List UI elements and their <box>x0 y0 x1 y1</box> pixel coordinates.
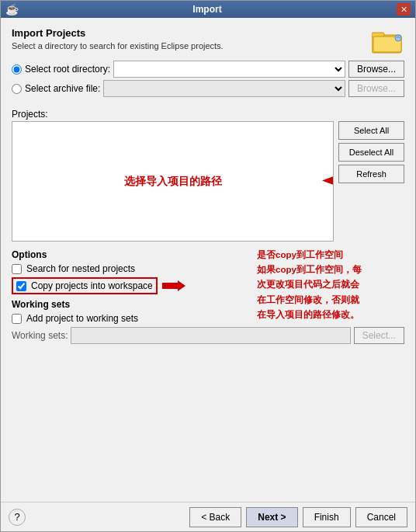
archive-file-dropdown[interactable] <box>103 80 345 97</box>
svg-point-3 <box>395 35 401 41</box>
select-all-button[interactable]: Select All <box>338 121 404 140</box>
footer-left: ? <box>9 509 26 526</box>
deselect-all-button[interactable]: Deselect All <box>338 143 404 162</box>
projects-area: 选择导入项目的路径 Select All Deselect All Refres… <box>12 121 404 242</box>
working-sets-input[interactable] <box>71 327 350 344</box>
copy-annotation: 是否copy到工作空间 如果copy到工作空间，每 次更改项目代码之后就会 在工… <box>257 248 404 322</box>
folder-icon <box>372 27 404 54</box>
projects-annotation: 选择导入项目的路径 <box>118 169 228 195</box>
root-directory-dropdown[interactable] <box>113 61 345 78</box>
browse-root-button[interactable]: Browse... <box>348 61 404 78</box>
add-working-set-label: Add project to working sets <box>26 313 138 324</box>
radio-section: Select root directory: Browse... Select … <box>12 61 404 99</box>
dialog-title: Import Projects <box>12 27 224 39</box>
header-text: Import Projects Select a directory to se… <box>12 27 224 50</box>
svg-marker-4 <box>322 173 334 187</box>
copy-arrow-icon <box>162 280 185 291</box>
projects-buttons: Select All Deselect All Refresh <box>338 121 404 242</box>
titlebar: ☕ Import ✕ <box>1 1 415 18</box>
archive-file-radio[interactable] <box>12 84 22 94</box>
copy-projects-highlight: Copy projects into workspace <box>12 277 158 294</box>
header-section: Import Projects Select a directory to se… <box>12 27 404 54</box>
copy-projects-checkbox[interactable] <box>16 281 26 291</box>
archive-file-row: Select archive file: Browse... <box>12 80 404 97</box>
import-dialog: ☕ Import ✕ Import Projects Select a dire… <box>0 0 416 532</box>
dialog-subtitle: Select a directory to search for existin… <box>12 41 224 50</box>
dialog-content: Import Projects Select a directory to se… <box>1 18 415 502</box>
root-directory-row: Select root directory: Browse... <box>12 61 404 78</box>
finish-button[interactable]: Finish <box>303 507 351 527</box>
add-working-set-checkbox[interactable] <box>12 314 22 324</box>
projects-section: Projects: 选择导入项目的路径 Select All <box>12 109 404 242</box>
close-button[interactable]: ✕ <box>397 3 411 16</box>
browse-archive-button[interactable]: Browse... <box>348 80 404 97</box>
working-sets-field-label: Working sets: <box>12 330 68 341</box>
cancel-button[interactable]: Cancel <box>355 507 407 527</box>
window-title: Import <box>18 4 397 15</box>
lower-section: Options Search for nested projects Copy … <box>12 248 404 344</box>
working-sets-browse-button[interactable]: Select... <box>354 327 404 344</box>
search-nested-label: Search for nested projects <box>26 263 135 274</box>
archive-file-label: Select archive file: <box>25 83 100 94</box>
annotation-text: 是否copy到工作空间 如果copy到工作空间，每 次更改项目代码之后就会 在工… <box>257 250 362 319</box>
back-button[interactable]: < Back <box>189 507 241 527</box>
working-sets-input-row: Working sets: Select... <box>12 327 404 344</box>
refresh-button[interactable]: Refresh <box>338 165 404 183</box>
copy-projects-label: Copy projects into workspace <box>31 280 153 291</box>
app-icon: ☕ <box>5 3 18 16</box>
footer: ? < Back Next > Finish Cancel <box>1 502 415 531</box>
footer-right: < Back Next > Finish Cancel <box>189 507 407 527</box>
root-directory-label: Select root directory: <box>25 64 110 75</box>
next-button[interactable]: Next > <box>246 507 297 527</box>
projects-list[interactable]: 选择导入项目的路径 <box>12 121 334 242</box>
root-directory-radio[interactable] <box>12 64 22 75</box>
search-nested-checkbox[interactable] <box>12 264 22 274</box>
help-button[interactable]: ? <box>9 509 26 526</box>
projects-label: Projects: <box>12 109 404 120</box>
svg-marker-5 <box>162 280 185 291</box>
